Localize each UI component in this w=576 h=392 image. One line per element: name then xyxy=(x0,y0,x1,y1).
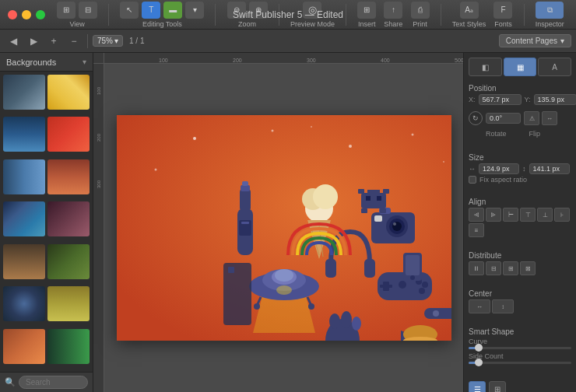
page-canvas[interactable]: ♪ xyxy=(117,115,451,341)
toolbar-section-print: ⎙ Print xyxy=(411,2,430,28)
center-h-btn[interactable]: ↔ xyxy=(469,299,490,313)
position-title: Position xyxy=(469,84,571,93)
bg-thumb-5[interactable] xyxy=(3,159,45,194)
add-page-icon[interactable]: + xyxy=(45,33,62,50)
editing-tools-label: Editing Tools xyxy=(142,20,182,28)
svg-rect-13 xyxy=(241,222,249,224)
align-bottom-btn[interactable]: ⊦ xyxy=(554,208,570,222)
insert-icon[interactable]: ⊞ xyxy=(357,2,376,19)
search-input[interactable] xyxy=(19,376,88,389)
svg-point-4 xyxy=(411,134,413,136)
flip-label: Flip xyxy=(529,130,541,138)
bg-thumb-7[interactable] xyxy=(3,201,45,236)
align-center-v-btn[interactable]: ⊥ xyxy=(537,208,553,222)
side-count-track[interactable] xyxy=(469,362,571,364)
search-icon: 🔍 xyxy=(5,377,16,387)
center-v-btn[interactable]: ↕ xyxy=(492,299,514,313)
curve-slider-track[interactable] xyxy=(469,347,571,349)
cursor-icon[interactable]: ↖ xyxy=(120,2,139,19)
inspector-tab-3[interactable]: A xyxy=(538,58,571,76)
ruler-tick-200: 200 xyxy=(233,58,242,63)
layout-tab-list[interactable]: ☰ xyxy=(469,381,486,392)
bg-thumb-6[interactable] xyxy=(47,159,90,194)
bg-thumb-8[interactable] xyxy=(47,201,90,236)
bg-thumb-9[interactable] xyxy=(3,244,45,279)
layout-tab-grid[interactable]: ⊞ xyxy=(489,381,506,392)
dist-btn-3[interactable]: ⊞ xyxy=(503,261,518,275)
backgrounds-grid xyxy=(0,72,93,372)
svg-rect-30 xyxy=(325,259,336,278)
zoom-selector[interactable]: 75% ▾ xyxy=(93,35,123,47)
bg-thumb-1[interactable] xyxy=(3,75,45,110)
nav-right-icon[interactable]: ▶ xyxy=(25,33,42,50)
align-top-btn[interactable]: ⊤ xyxy=(520,208,536,222)
curve-thumb[interactable] xyxy=(475,344,483,352)
canvas-area[interactable]: 100 200 300 400 500 100 200 300 xyxy=(93,53,463,392)
text-styles-icon[interactable]: Aₐ xyxy=(460,2,479,19)
close-button[interactable] xyxy=(8,10,17,19)
view-icon-2[interactable]: ⊟ xyxy=(79,2,97,19)
bg-thumb-11[interactable] xyxy=(3,286,45,321)
bg-thumb-4[interactable] xyxy=(47,117,90,152)
maximize-button[interactable] xyxy=(36,10,45,19)
inspector-tab-1[interactable]: ◧ xyxy=(469,58,502,76)
bg-thumb-3[interactable] xyxy=(3,117,45,152)
warning-icon[interactable]: ⚠ xyxy=(524,111,539,125)
bg-thumb-12[interactable] xyxy=(47,286,90,321)
content-pages-selector[interactable]: Content Pages ▾ xyxy=(499,34,571,47)
text-tool-icon[interactable]: T xyxy=(142,2,160,19)
flip-btn[interactable]: ↔ xyxy=(542,111,557,125)
layout-view-tabs: ☰ ⊞ xyxy=(469,381,571,392)
ruler-corner xyxy=(93,53,104,64)
smart-shape-title: Smart Shape xyxy=(469,327,571,336)
dist-btn-2[interactable]: ⊟ xyxy=(486,261,501,275)
bg-thumb-10[interactable] xyxy=(47,244,90,279)
inspector-tab-2[interactable]: ▦ xyxy=(504,58,537,76)
toolbar-section-fonts: F Fonts xyxy=(493,2,512,28)
x-input[interactable] xyxy=(479,94,522,105)
minimize-button[interactable] xyxy=(22,10,31,19)
svg-point-16 xyxy=(313,184,338,209)
fix-aspect-checkbox[interactable] xyxy=(469,176,476,184)
align-left-btn[interactable]: ⫷ xyxy=(469,208,484,222)
dist-btn-4[interactable]: ⊠ xyxy=(520,261,536,275)
toolbar-section-editing-tools: ↖ T ▬ ▾ Editing Tools xyxy=(120,2,204,28)
side-count-thumb[interactable] xyxy=(475,359,483,366)
toolbar-section-inspector: ⧉ Inspector xyxy=(536,2,564,28)
search-bar: 🔍 xyxy=(0,372,93,392)
editing-chevron[interactable]: ▾ xyxy=(185,2,204,19)
dist-btn-1[interactable]: ⫼ xyxy=(469,261,484,275)
y-input[interactable] xyxy=(534,94,576,105)
delete-page-icon[interactable]: − xyxy=(65,33,83,50)
svg-point-28 xyxy=(308,303,314,310)
size-row: ↔ ↕ xyxy=(469,163,571,174)
sec-separator xyxy=(87,34,88,48)
svg-rect-49 xyxy=(367,190,380,196)
svg-point-61 xyxy=(352,317,361,331)
shape-tool-icon[interactable]: ▬ xyxy=(163,2,182,19)
backgrounds-panel-header[interactable]: Backgrounds ▾ xyxy=(0,53,93,72)
fonts-icon[interactable]: F xyxy=(493,2,512,19)
align-extra-btn[interactable]: ≡ xyxy=(469,223,484,237)
rotate-label: Rotate xyxy=(486,130,507,138)
bg-thumb-13[interactable] xyxy=(3,329,45,364)
curve-slider xyxy=(469,347,571,349)
bg-thumb-2[interactable] xyxy=(47,75,90,110)
rotate-icon[interactable]: ↻ xyxy=(469,111,483,125)
print-icon[interactable]: ⎙ xyxy=(411,2,430,19)
ruler-tick-400: 400 xyxy=(381,58,390,63)
width-input[interactable] xyxy=(479,163,519,174)
inspector-icon[interactable]: ⧉ xyxy=(536,2,564,19)
align-icons-2: ≡ xyxy=(469,223,571,237)
align-center-h-btn[interactable]: ⫸ xyxy=(486,208,501,222)
share-icon[interactable]: ↑ xyxy=(384,2,402,19)
rotate-input[interactable] xyxy=(486,113,521,124)
svg-rect-51 xyxy=(377,196,381,201)
align-right-btn[interactable]: ⊢ xyxy=(503,208,518,222)
view-icon-1[interactable]: ⊞ xyxy=(57,2,76,19)
height-input[interactable] xyxy=(529,163,570,174)
smart-shape-section: Smart Shape Curve Side Count xyxy=(469,327,571,364)
separator-1 xyxy=(108,4,109,26)
bg-thumb-14[interactable] xyxy=(47,329,90,364)
nav-left-icon[interactable]: ◀ xyxy=(5,33,22,50)
